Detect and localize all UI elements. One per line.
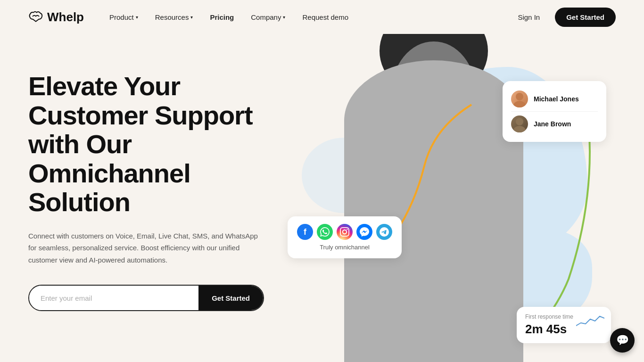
nav-company[interactable]: Company ▾: [244, 9, 292, 25]
svg-point-3: [516, 118, 523, 125]
nav-resources[interactable]: Resources ▾: [149, 9, 200, 25]
social-icons-group: f: [297, 224, 392, 240]
agent-avatar-michael: [511, 90, 528, 107]
hero-section: Elevate Your Customer Support with Our O…: [0, 34, 644, 362]
messenger-logo: [360, 227, 369, 237]
avatar-person-icon: [511, 90, 528, 107]
svg-point-1: [516, 93, 523, 100]
agent-name-jane: Jane Brown: [534, 120, 571, 128]
agent-row: Jane Brown: [511, 113, 598, 135]
agent-row: Michael Jones: [511, 88, 598, 110]
chevron-down-icon: ▾: [283, 15, 285, 20]
hero-right: Michael Jones Jane Brown f: [292, 53, 616, 362]
avatar-person-icon: [511, 115, 528, 132]
agent-name-michael: Michael Jones: [534, 95, 579, 103]
navbar: Whelp Product ▾ Resources ▾ Pricing Comp…: [0, 0, 644, 34]
brand-logo[interactable]: Whelp: [28, 9, 84, 25]
cta-button[interactable]: Get Started: [198, 286, 263, 310]
person-body: [344, 60, 523, 362]
email-cta-form: Get Started: [28, 285, 264, 311]
svg-point-2: [513, 101, 526, 107]
email-input[interactable]: [29, 286, 198, 310]
whatsapp-logo: [320, 227, 330, 237]
facebook-icon: f: [297, 224, 313, 240]
omni-label: Truly omnichannel: [297, 244, 392, 251]
chevron-down-icon: ▾: [190, 15, 193, 20]
nav-links: Product ▾ Resources ▾ Pricing Company ▾ …: [103, 9, 510, 25]
instagram-logo: [340, 227, 349, 237]
messenger-icon: [356, 224, 372, 240]
hero-title: Elevate Your Customer Support with Our O…: [28, 72, 292, 217]
divider: [511, 111, 598, 112]
agents-card: Michael Jones Jane Brown: [503, 81, 606, 142]
hero-subtitle: Connect with customers on Voice, Email, …: [28, 230, 264, 266]
nav-request-demo[interactable]: Request demo: [296, 9, 355, 25]
chat-bubble-button[interactable]: 💬: [610, 328, 635, 353]
instagram-icon: [337, 224, 353, 240]
whatsapp-icon: [317, 224, 333, 240]
brand-name: Whelp: [47, 10, 84, 25]
chat-icon: 💬: [616, 334, 629, 346]
nav-pricing[interactable]: Pricing: [203, 9, 240, 25]
get-started-nav-button[interactable]: Get Started: [555, 8, 616, 27]
omnichannel-card: f: [288, 216, 402, 258]
agent-avatar-jane: [511, 115, 528, 132]
telegram-icon: [376, 224, 392, 240]
response-chart: [576, 313, 604, 331]
sign-in-button[interactable]: Sign In: [510, 9, 547, 25]
telegram-logo: [380, 227, 389, 237]
svg-point-4: [513, 126, 526, 132]
logo-icon: [28, 9, 43, 25]
response-time-card: First response time 2m 45s: [517, 307, 611, 343]
nav-product[interactable]: Product ▾: [103, 9, 145, 25]
nav-right: Sign In Get Started: [510, 8, 616, 27]
hero-left: Elevate Your Customer Support with Our O…: [28, 53, 292, 311]
chevron-down-icon: ▾: [136, 15, 138, 20]
